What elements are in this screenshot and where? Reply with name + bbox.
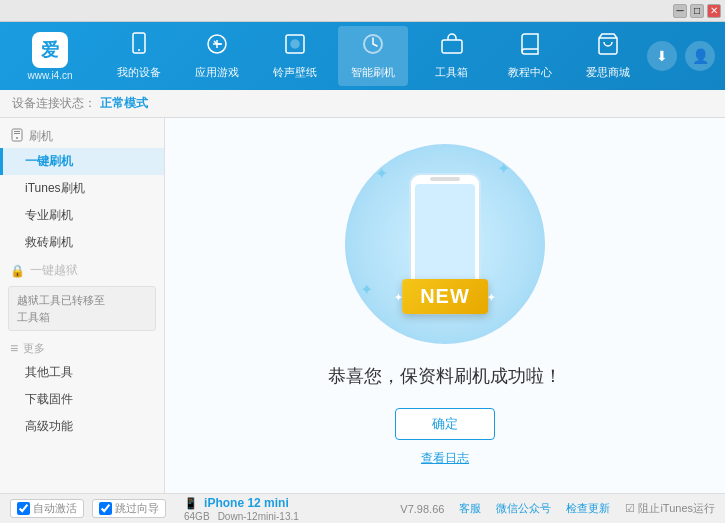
phone-illustration: ✦ ✦ ✦ NEW — [345, 144, 545, 344]
bottom-bar: 自动激活 跳过向导 📱 iPhone 12 mini 64GB Down-12m… — [0, 493, 725, 523]
nav-right: ⬇ 👤 — [647, 41, 715, 71]
toolbox-label: 工具箱 — [435, 65, 468, 80]
itunes-status-label: 阻止iTunes运行 — [638, 501, 715, 516]
nav-item-tutorial[interactable]: 教程中心 — [495, 26, 565, 86]
flash-section-icon — [10, 128, 24, 145]
svg-rect-11 — [14, 133, 20, 134]
itunes-checkbox-icon: ☑ — [625, 502, 635, 515]
lock-icon: 🔒 — [10, 264, 25, 278]
maximize-button[interactable]: □ — [690, 4, 704, 18]
nav-item-my-device[interactable]: 我的设备 — [104, 26, 174, 86]
nav-item-smart-flash[interactable]: 智能刷机 — [338, 26, 408, 86]
logo-icon: 爱 — [32, 32, 68, 68]
status-bar: 设备连接状态： 正常模式 — [0, 90, 725, 118]
bottom-left: 自动激活 跳过向导 📱 iPhone 12 mini 64GB Down-12m… — [10, 496, 299, 522]
svg-rect-16 — [430, 177, 460, 181]
svg-point-12 — [16, 137, 18, 139]
sidebar: 刷机 一键刷机 iTunes刷机 专业刷机 救砖刷机 🔒 一键越狱 越狱工具已转… — [0, 118, 165, 493]
wechat-link[interactable]: 微信公众号 — [496, 501, 551, 516]
jailbreak-notice-text: 越狱工具已转移至工具箱 — [17, 294, 105, 323]
nav-item-toolbox[interactable]: 工具箱 — [417, 26, 487, 86]
title-bar: ─ □ ✕ — [0, 0, 725, 22]
top-nav: 爱 www.i4.cn 我的设备 应用游戏 — [0, 22, 725, 90]
use-wizard-checkbox[interactable]: 跳过向导 — [92, 499, 166, 518]
status-label: 设备连接状态： — [12, 95, 96, 112]
my-device-icon — [127, 32, 151, 62]
confirm-button[interactable]: 确定 — [395, 408, 495, 440]
nav-item-app-games[interactable]: 应用游戏 — [182, 26, 252, 86]
sidebar-item-advanced[interactable]: 高级功能 — [0, 413, 164, 440]
itunes-status: ☑ 阻止iTunes运行 — [625, 501, 715, 516]
sidebar-item-recovery-flash[interactable]: 救砖刷机 — [0, 229, 164, 256]
nav-items: 我的设备 应用游戏 铃声壁纸 — [100, 26, 647, 86]
ringtone-label: 铃声壁纸 — [273, 65, 317, 80]
app-games-label: 应用游戏 — [195, 65, 239, 80]
svg-rect-7 — [442, 40, 462, 53]
smart-flash-label: 智能刷机 — [351, 65, 395, 80]
sidebar-item-other-tools[interactable]: 其他工具 — [0, 359, 164, 386]
svg-rect-9 — [12, 129, 22, 141]
use-wizard-input[interactable] — [99, 502, 112, 515]
ringtone-icon — [283, 32, 307, 62]
sidebar-item-download-firmware[interactable]: 下载固件 — [0, 386, 164, 413]
logo[interactable]: 爱 www.i4.cn — [10, 32, 90, 81]
toolbox-icon — [440, 32, 464, 62]
support-link[interactable]: 客服 — [459, 501, 481, 516]
device-storage: 64GB — [184, 511, 210, 522]
flash-section-label: 刷机 — [29, 128, 53, 145]
nav-item-ringtone[interactable]: 铃声壁纸 — [260, 26, 330, 86]
sparkle-bottomleft: ✦ — [360, 280, 373, 299]
nav-item-shop[interactable]: 爱思商城 — [573, 26, 643, 86]
svg-point-6 — [291, 40, 299, 48]
daily-link[interactable]: 查看日志 — [421, 450, 469, 467]
shop-label: 爱思商城 — [586, 65, 630, 80]
sidebar-item-itunes-flash[interactable]: iTunes刷机 — [0, 175, 164, 202]
auto-connect-input[interactable] — [17, 502, 30, 515]
logo-subtext: www.i4.cn — [27, 70, 72, 81]
device-model-val: Down-12mini-13.1 — [218, 511, 299, 522]
download-button[interactable]: ⬇ — [647, 41, 677, 71]
minimize-button[interactable]: ─ — [673, 4, 687, 18]
sidebar-header-flash: 刷机 — [0, 122, 164, 148]
auto-connect-checkbox[interactable]: 自动激活 — [10, 499, 84, 518]
sidebar-item-onekey-flash[interactable]: 一键刷机 — [0, 148, 164, 175]
my-device-label: 我的设备 — [117, 65, 161, 80]
device-icon: 📱 — [184, 497, 198, 509]
content-area: ✦ ✦ ✦ NEW 恭喜您，保资料刷机成功啦！ 确定 查看日志 — [165, 118, 725, 493]
account-button[interactable]: 👤 — [685, 41, 715, 71]
sparkle-topleft: ✦ — [375, 164, 388, 183]
tutorial-icon — [518, 32, 542, 62]
main-layout: 刷机 一键刷机 iTunes刷机 专业刷机 救砖刷机 🔒 一键越狱 越狱工具已转… — [0, 118, 725, 493]
sidebar-item-pro-flash[interactable]: 专业刷机 — [0, 202, 164, 229]
status-value: 正常模式 — [100, 95, 148, 112]
sparkle-topright: ✦ — [497, 159, 510, 178]
device-name: iPhone 12 mini — [204, 496, 289, 510]
version-text: V7.98.66 — [400, 503, 444, 515]
new-badge: NEW — [402, 279, 488, 314]
shop-icon — [596, 32, 620, 62]
svg-rect-14 — [415, 184, 475, 284]
jailbreak-notice-box: 越狱工具已转移至工具箱 — [8, 286, 156, 331]
success-text: 恭喜您，保资料刷机成功啦！ — [328, 364, 562, 388]
close-button[interactable]: ✕ — [707, 4, 721, 18]
update-link[interactable]: 检查更新 — [566, 501, 610, 516]
bottom-right: V7.98.66 客服 微信公众号 检查更新 ☑ 阻止iTunes运行 — [400, 501, 715, 516]
svg-rect-10 — [14, 131, 20, 132]
app-games-icon — [205, 32, 229, 62]
phone-circle-bg: ✦ ✦ ✦ NEW — [345, 144, 545, 344]
smart-flash-icon — [361, 32, 385, 62]
tutorial-label: 教程中心 — [508, 65, 552, 80]
device-info: 📱 iPhone 12 mini 64GB Down-12mini-13.1 — [184, 496, 299, 522]
sidebar-jailbreak-header: 🔒 一键越狱 — [0, 256, 164, 282]
sidebar-section-more: 更多 — [0, 335, 164, 359]
